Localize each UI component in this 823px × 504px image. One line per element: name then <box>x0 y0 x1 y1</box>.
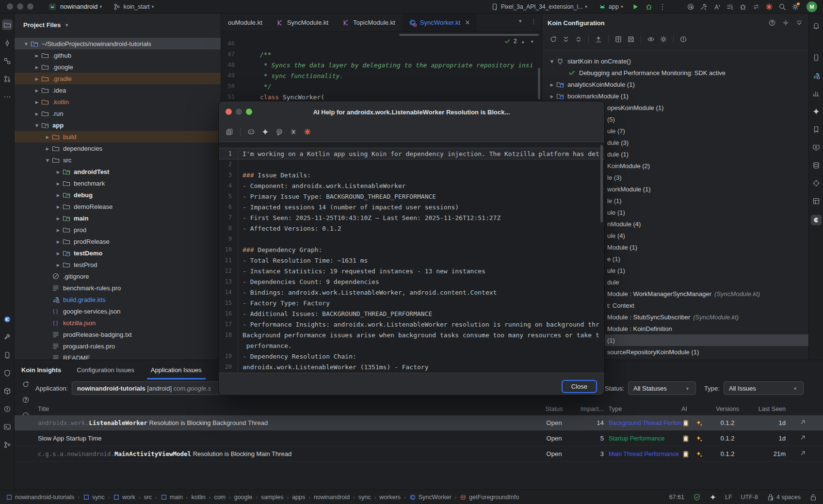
breadcrumb-item[interactable]: nowinandroid-tutorials <box>6 494 74 501</box>
chevron-right-icon[interactable]: ▸ <box>33 63 41 71</box>
breadcrumb-item[interactable]: google <box>234 494 253 501</box>
breadcrumb-item[interactable]: nowinandroid <box>314 494 350 501</box>
tree-item[interactable]: README <box>15 352 221 360</box>
dialog-prompt-editor[interactable]: 1I'm working on a Kotlin app using Koin … <box>219 142 604 373</box>
chevron-right-icon[interactable]: ▸ <box>33 75 41 82</box>
window-maximize-button[interactable] <box>27 3 33 10</box>
tool-strip-project[interactable] <box>2 19 13 30</box>
tree-item[interactable]: ▸debug <box>15 189 221 201</box>
type-filter-select[interactable]: All Issues ▾ <box>724 381 804 395</box>
breadcrumb-item[interactable]: SyncWorker <box>409 494 452 501</box>
close-button[interactable]: Close <box>562 380 597 393</box>
tool-strip-pull-requests[interactable] <box>2 74 13 84</box>
save-icon[interactable] <box>627 35 635 44</box>
column-header-title[interactable]: Title <box>15 406 529 412</box>
issue-row[interactable]: androidx.work.ListenableWorker Resolutio… <box>15 415 823 431</box>
chevron-right-icon[interactable]: ▸ <box>54 180 62 187</box>
tree-item[interactable]: ▸testProd <box>15 259 221 270</box>
open-external-icon[interactable] <box>799 418 807 425</box>
tree-item[interactable]: ▸main <box>15 212 221 224</box>
dialog-minimize-button[interactable] <box>236 109 242 115</box>
tree-item[interactable]: ▸.kotlin <box>15 96 221 108</box>
breadcrumb-item[interactable]: samples <box>261 494 284 501</box>
tree-item[interactable]: ▸prod <box>15 224 221 236</box>
tab-list-icon[interactable]: ▾ <box>517 18 524 24</box>
tree-item[interactable]: ▾~/StudioProjects/nowinandroid-tutorials <box>15 38 221 49</box>
tree-item[interactable]: ▸demoRelease <box>15 201 221 212</box>
code-review-icon[interactable] <box>712 2 721 11</box>
indent-indicator[interactable]: 4 spaces <box>767 493 801 501</box>
tree-item[interactable]: ▸prodRelease <box>15 236 221 247</box>
shield-check-icon[interactable] <box>693 493 701 501</box>
chevron-right-icon[interactable]: ▸ <box>33 87 41 94</box>
copy-icon[interactable] <box>225 127 234 137</box>
preview-icon[interactable] <box>646 35 655 44</box>
chevron-down-icon[interactable]: ▾ <box>22 40 30 47</box>
build-icon[interactable] <box>699 2 708 11</box>
column-header-type[interactable]: Type <box>609 406 681 412</box>
chevron-right-icon[interactable]: ▸ <box>54 250 62 257</box>
line-ending-indicator[interactable]: LF <box>725 494 732 501</box>
tool-strip-commit[interactable] <box>2 38 13 48</box>
tree-item[interactable]: ▸.idea <box>15 84 221 96</box>
editor-tab-SyncModule.kt[interactable]: SyncModule.kt <box>269 14 335 32</box>
close-icon[interactable]: ✕ <box>465 19 470 26</box>
tree-item[interactable]: ▸.github <box>15 49 221 61</box>
open-external-icon[interactable] <box>799 449 807 457</box>
tool-strip-version-control[interactable] <box>2 440 13 450</box>
tool-settings-icon[interactable] <box>659 35 668 44</box>
breadcrumb-item[interactable]: work <box>113 494 135 501</box>
refresh-icon[interactable] <box>549 35 558 44</box>
chevron-right-icon[interactable]: ▸ <box>54 261 62 268</box>
search-everywhere-icon[interactable] <box>778 2 787 11</box>
tool-strip-app-insights[interactable] <box>811 88 822 99</box>
breadcrumb-item[interactable]: src <box>144 494 152 501</box>
collapse-all-icon[interactable] <box>574 35 583 44</box>
tree-item[interactable]: .gitignore <box>15 270 221 282</box>
tool-strip-packages[interactable] <box>2 386 13 396</box>
tree-item[interactable]: build.gradle.kts <box>15 294 221 305</box>
tab-application-issues[interactable]: Application Issues <box>150 360 203 379</box>
editor-scrollbar[interactable] <box>538 68 540 99</box>
tabbar-scrollbar[interactable] <box>399 34 539 36</box>
run-configuration-selector[interactable]: app <box>609 3 619 10</box>
jetbrains-ai-icon[interactable] <box>289 127 298 137</box>
issue-row[interactable]: Slow App Startup TimeOpen5Startup Perfor… <box>15 431 823 446</box>
tree-item[interactable]: ▸androidTest <box>15 166 221 177</box>
breadcrumb-item[interactable]: com <box>214 494 226 501</box>
tool-strip-app-quality[interactable] <box>2 368 13 378</box>
breadcrumb-item[interactable]: apps <box>292 494 305 501</box>
project-panel-header[interactable]: Project Files ▾ <box>23 21 70 29</box>
tool-strip-bookmarks[interactable] <box>811 124 822 135</box>
export-icon[interactable] <box>594 35 603 44</box>
panel-options-icon[interactable] <box>781 18 790 27</box>
more-actions-icon[interactable] <box>658 2 667 11</box>
tree-item[interactable]: proguard-rules.pro <box>15 340 221 352</box>
tree-item[interactable]: ▸.google <box>15 61 221 73</box>
clipboard-ai-icon[interactable] <box>681 419 690 427</box>
sparkles-icon[interactable] <box>695 450 704 458</box>
tool-strip-structure[interactable] <box>2 56 13 66</box>
chevron-right-icon[interactable]: ▸ <box>54 215 62 222</box>
breadcrumb-item[interactable]: kotlin <box>192 494 206 501</box>
issue-row[interactable]: c.g.s.a.nowinandroid.MainActivityViewMod… <box>15 446 823 462</box>
editor-tab-ouModule.kt[interactable]: ouModule.kt <box>221 14 269 32</box>
chevron-down-icon[interactable]: ▾ <box>531 39 533 44</box>
encoding-indicator[interactable]: UTF-8 <box>741 494 758 501</box>
tool-strip-database[interactable] <box>811 160 822 171</box>
tree-item[interactable]: ▸.gradle <box>15 73 221 84</box>
chevron-down-icon[interactable]: ▾ <box>44 157 51 164</box>
open-external-icon[interactable] <box>799 434 807 441</box>
gemini-icon[interactable] <box>260 127 270 137</box>
project-scroll-thumb[interactable] <box>205 39 216 49</box>
koin-tree-item[interactable]: ▾startKoin in onCreate() <box>542 55 808 67</box>
koin-tree-item[interactable]: ▸analyticsKoinModule (1) <box>542 79 808 90</box>
breadcrumb-item[interactable]: sync <box>358 494 371 501</box>
refresh-icon[interactable] <box>21 380 30 389</box>
ai-assistant-icon[interactable] <box>686 2 695 11</box>
chevron-right-icon[interactable]: ▸ <box>44 133 51 141</box>
editor-options-icon[interactable]: ⋮ <box>531 18 537 25</box>
code-editor[interactable]: 4647/**48 * Syncs the data layer by dele… <box>221 38 542 102</box>
tool-strip-koin[interactable] <box>811 215 822 225</box>
status-filter-select[interactable]: All Statuses ▾ <box>628 381 696 395</box>
